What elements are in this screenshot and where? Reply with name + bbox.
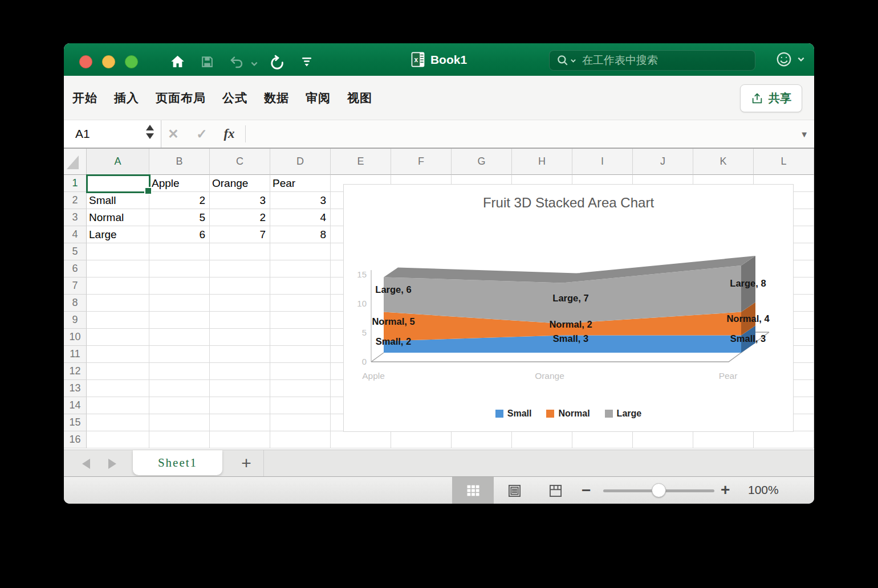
cell-D11[interactable] (270, 346, 331, 363)
row-header-3[interactable]: 3 (64, 209, 87, 226)
cell-C9[interactable] (210, 312, 270, 329)
stepper-down-icon[interactable] (146, 133, 154, 139)
column-header-L[interactable]: L (754, 149, 814, 175)
cell-D14[interactable] (270, 397, 331, 414)
cell-D7[interactable] (270, 277, 331, 295)
cell-B14[interactable] (149, 397, 210, 414)
cell-A13[interactable] (87, 380, 149, 397)
cell-A15[interactable] (87, 414, 149, 431)
cell-D3[interactable]: 4 (270, 209, 331, 226)
cancel-icon[interactable]: ✕ (161, 120, 186, 148)
column-header-F[interactable]: F (391, 149, 452, 175)
row-header-16[interactable]: 16 (64, 431, 87, 448)
cell-D6[interactable] (270, 260, 331, 277)
row-header-5[interactable]: 5 (64, 243, 87, 260)
row-header-14[interactable]: 14 (64, 397, 87, 414)
ribbon-tab-insert[interactable]: 插入 (114, 90, 139, 106)
cell-C5[interactable] (210, 243, 270, 260)
cell-A14[interactable] (87, 397, 149, 414)
cell-B8[interactable] (149, 295, 210, 312)
zoom-out-button[interactable]: − (582, 481, 591, 500)
cell-B16[interactable] (149, 431, 210, 448)
cell-L16[interactable] (754, 431, 814, 448)
cell-A10[interactable] (87, 329, 149, 346)
name-box-stepper[interactable] (146, 125, 154, 139)
column-header-I[interactable]: I (572, 149, 633, 175)
cell-D4[interactable]: 8 (270, 226, 331, 243)
cell-B3[interactable]: 5 (149, 209, 210, 226)
search-input[interactable]: 在工作表中搜索 (549, 50, 755, 71)
cell-D13[interactable] (270, 380, 331, 397)
cell-G16[interactable] (452, 431, 512, 448)
sheet-nav-left-icon[interactable] (82, 459, 90, 469)
ribbon-tab-view[interactable]: 视图 (347, 90, 372, 106)
column-header-J[interactable]: J (633, 149, 693, 175)
cell-B1[interactable]: Apple (149, 175, 210, 192)
cell-B5[interactable] (149, 243, 210, 260)
zoom-slider-thumb[interactable] (652, 483, 666, 497)
cell-C8[interactable] (210, 295, 270, 312)
formula-input[interactable] (252, 120, 791, 148)
cell-B15[interactable] (149, 414, 210, 431)
cell-B11[interactable] (149, 346, 210, 363)
normal-view-button[interactable] (452, 477, 494, 504)
cell-B9[interactable] (149, 312, 210, 329)
row-header-13[interactable]: 13 (64, 380, 87, 397)
cell-C3[interactable]: 2 (210, 209, 270, 226)
cell-D9[interactable] (270, 312, 331, 329)
column-header-B[interactable]: B (149, 149, 210, 175)
cell-D12[interactable] (270, 363, 331, 380)
column-header-H[interactable]: H (512, 149, 572, 175)
cell-D1[interactable]: Pear (270, 175, 331, 192)
cell-C1[interactable]: Orange (210, 175, 270, 192)
cell-B2[interactable]: 2 (149, 192, 210, 209)
cell-C13[interactable] (210, 380, 270, 397)
column-header-K[interactable]: K (693, 149, 754, 175)
page-layout-view-button[interactable] (494, 477, 535, 504)
cell-I16[interactable] (572, 431, 633, 448)
chart[interactable]: Fruit 3D Stacked Area Chart 051015Small,… (343, 184, 794, 432)
cell-B13[interactable] (149, 380, 210, 397)
page-break-view-button[interactable] (535, 477, 576, 504)
select-all-corner[interactable] (64, 149, 87, 175)
feedback-menu[interactable] (775, 51, 805, 68)
add-sheet-button[interactable]: + (237, 452, 256, 474)
ribbon-tab-formulas[interactable]: 公式 (222, 90, 247, 106)
cell-B6[interactable] (149, 260, 210, 277)
cell-C15[interactable] (210, 414, 270, 431)
cell-C12[interactable] (210, 363, 270, 380)
sheet-nav-right-icon[interactable] (108, 459, 116, 469)
cell-E16[interactable] (331, 431, 391, 448)
cell-B12[interactable] (149, 363, 210, 380)
row-header-9[interactable]: 9 (64, 312, 87, 329)
home-icon[interactable] (169, 54, 185, 70)
cell-B4[interactable]: 6 (149, 226, 210, 243)
cell-F16[interactable] (391, 431, 452, 448)
enter-icon[interactable]: ✓ (189, 120, 214, 148)
minimize-button[interactable] (102, 55, 115, 68)
column-header-G[interactable]: G (452, 149, 512, 175)
cell-C2[interactable]: 3 (210, 192, 270, 209)
row-header-4[interactable]: 4 (64, 226, 87, 243)
row-header-12[interactable]: 12 (64, 363, 87, 380)
cell-A3[interactable]: Normal (87, 209, 149, 226)
ribbon-tab-home[interactable]: 开始 (72, 90, 97, 106)
redo-icon[interactable] (269, 54, 285, 70)
cell-A2[interactable]: Small (87, 192, 149, 209)
name-box[interactable]: A1 (64, 120, 161, 148)
cell-C16[interactable] (210, 431, 270, 448)
cell-A4[interactable]: Large (87, 226, 149, 243)
sheet-tab-sheet1[interactable]: Sheet1 (133, 450, 222, 475)
cell-H16[interactable] (512, 431, 572, 448)
cell-C10[interactable] (210, 329, 270, 346)
cell-C7[interactable] (210, 277, 270, 295)
zoom-in-button[interactable]: + (721, 481, 730, 499)
cell-C4[interactable]: 7 (210, 226, 270, 243)
save-icon[interactable] (199, 54, 215, 70)
cell-A11[interactable] (87, 346, 149, 363)
cell-D16[interactable] (270, 431, 331, 448)
cell-B7[interactable] (149, 277, 210, 295)
formula-bar-expand-icon[interactable]: ▼ (800, 129, 808, 139)
cell-D15[interactable] (270, 414, 331, 431)
undo-chevron-icon[interactable] (246, 56, 262, 72)
